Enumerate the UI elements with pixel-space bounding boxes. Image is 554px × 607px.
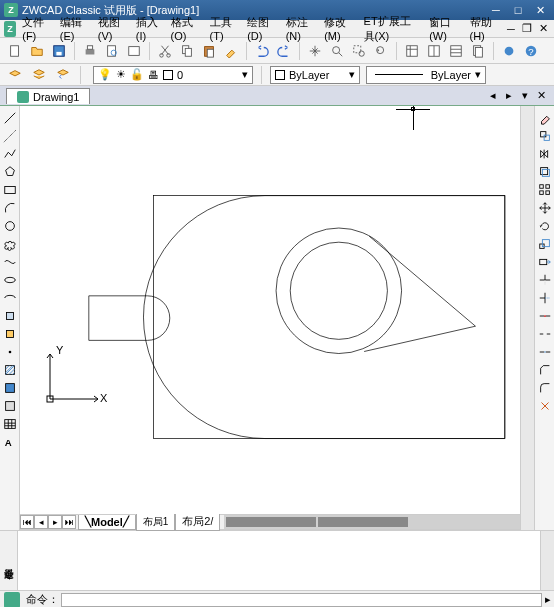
doc-close-button[interactable]: ✕	[536, 22, 550, 36]
tab-next-button[interactable]: ▸	[502, 89, 516, 103]
plot-button[interactable]	[125, 42, 143, 60]
sheet-first-button[interactable]: ⏮	[20, 515, 34, 529]
sheet-tab-layout1[interactable]: 布局1	[136, 514, 176, 531]
sheet-next-button[interactable]: ▸	[48, 515, 62, 529]
trim-tool[interactable]	[537, 272, 553, 288]
layer-previous-button[interactable]	[54, 66, 72, 84]
command-input[interactable]	[61, 593, 542, 607]
move-tool[interactable]	[537, 200, 553, 216]
doc-restore-button[interactable]: ❐	[520, 22, 534, 36]
make-block-tool[interactable]	[2, 326, 18, 342]
match-properties-button[interactable]	[222, 42, 240, 60]
fillet-tool[interactable]	[537, 380, 553, 396]
arc-tool[interactable]	[2, 200, 18, 216]
scale-tool[interactable]	[537, 236, 553, 252]
tool-palettes-button[interactable]	[447, 42, 465, 60]
point-tool[interactable]	[2, 344, 18, 360]
menu-modify[interactable]: 修改(M)	[320, 13, 357, 44]
doc-minimize-button[interactable]: ─	[504, 22, 518, 36]
menu-format[interactable]: 格式(O)	[167, 13, 204, 44]
spline-tool[interactable]	[2, 254, 18, 270]
copy-tool[interactable]	[537, 128, 553, 144]
menu-draw[interactable]: 绘图(D)	[243, 13, 280, 44]
design-center-button[interactable]	[425, 42, 443, 60]
drawing-canvas[interactable]: Y X	[20, 106, 520, 514]
menu-help[interactable]: 帮助(H)	[466, 13, 503, 44]
region-tool[interactable]	[2, 398, 18, 414]
make-object-layer-button[interactable]	[6, 66, 24, 84]
break-tool[interactable]	[537, 326, 553, 342]
cut-button[interactable]	[156, 42, 174, 60]
table-tool[interactable]	[2, 416, 18, 432]
save-button[interactable]	[50, 42, 68, 60]
hatch-tool[interactable]	[2, 362, 18, 378]
menu-ettools[interactable]: ET扩展工具(X)	[360, 12, 424, 46]
help-button[interactable]: ?	[522, 42, 540, 60]
break-at-point-tool[interactable]	[537, 308, 553, 324]
tab-prev-button[interactable]: ◂	[486, 89, 500, 103]
erase-tool[interactable]	[537, 110, 553, 126]
sheet-prev-button[interactable]: ◂	[34, 515, 48, 529]
chamfer-tool[interactable]	[537, 362, 553, 378]
menu-dimension[interactable]: 标注(N)	[282, 13, 319, 44]
construction-line-tool[interactable]	[2, 128, 18, 144]
menu-tools[interactable]: 工具(T)	[206, 13, 242, 44]
open-button[interactable]	[28, 42, 46, 60]
zoom-window-button[interactable]	[350, 42, 368, 60]
revision-cloud-tool[interactable]	[2, 236, 18, 252]
render-button[interactable]	[500, 42, 518, 60]
command-scrollbar[interactable]	[540, 531, 554, 590]
copy-button[interactable]	[178, 42, 196, 60]
zoom-realtime-button[interactable]	[328, 42, 346, 60]
layer-combo[interactable]: 💡 ☀ 🔓 🖶 0 ▾	[93, 66, 253, 84]
polyline-tool[interactable]	[2, 146, 18, 162]
properties-button[interactable]	[403, 42, 421, 60]
explode-tool[interactable]	[537, 398, 553, 414]
layer-properties-button[interactable]	[30, 66, 48, 84]
color-combo[interactable]: ByLayer ▾	[270, 66, 360, 84]
line-tool[interactable]	[2, 110, 18, 126]
vertical-scrollbar[interactable]	[520, 106, 534, 530]
extend-tool[interactable]	[537, 290, 553, 306]
sheet-set-button[interactable]	[469, 42, 487, 60]
gradient-tool[interactable]	[2, 380, 18, 396]
zoom-previous-button[interactable]	[372, 42, 390, 60]
menu-edit[interactable]: 编辑(E)	[56, 13, 92, 44]
command-expand-button[interactable]: ▸	[542, 593, 554, 606]
command-history[interactable]	[18, 531, 540, 590]
ellipse-arc-tool[interactable]	[2, 290, 18, 306]
linetype-combo[interactable]: ByLayer ▾	[366, 66, 486, 84]
insert-block-tool[interactable]	[2, 308, 18, 324]
array-tool[interactable]	[537, 182, 553, 198]
join-tool[interactable]	[537, 344, 553, 360]
sheet-last-button[interactable]: ⏭	[62, 515, 76, 529]
mirror-tool[interactable]	[537, 146, 553, 162]
redo-button[interactable]	[275, 42, 293, 60]
print-button[interactable]	[81, 42, 99, 60]
offset-tool[interactable]	[537, 164, 553, 180]
maximize-button[interactable]: □	[508, 3, 528, 17]
new-button[interactable]	[6, 42, 24, 60]
undo-button[interactable]	[253, 42, 271, 60]
pan-button[interactable]	[306, 42, 324, 60]
paste-button[interactable]	[200, 42, 218, 60]
circle-tool[interactable]	[2, 218, 18, 234]
polygon-tool[interactable]	[2, 164, 18, 180]
horizontal-scrollbar[interactable]	[224, 515, 520, 529]
menu-window[interactable]: 窗口(W)	[425, 13, 463, 44]
sheet-tab-model[interactable]: ╲ Model ╱	[78, 515, 136, 530]
tab-close-button[interactable]: ✕	[534, 89, 548, 103]
print-preview-button[interactable]	[103, 42, 121, 60]
menu-file[interactable]: 文件(F)	[18, 13, 54, 44]
rotate-tool[interactable]	[537, 218, 553, 234]
app-icon[interactable]: Z	[4, 21, 16, 37]
menu-view[interactable]: 视图(V)	[94, 13, 130, 44]
rectangle-tool[interactable]	[2, 182, 18, 198]
ellipse-tool[interactable]	[2, 272, 18, 288]
mtext-tool[interactable]: A	[2, 434, 18, 450]
sheet-tab-layout2[interactable]: 布局2 /	[175, 513, 220, 531]
stretch-tool[interactable]	[537, 254, 553, 270]
menu-insert[interactable]: 插入(I)	[132, 13, 165, 44]
document-tab[interactable]: Drawing1	[6, 88, 90, 104]
tab-menu-button[interactable]: ▾	[518, 89, 532, 103]
